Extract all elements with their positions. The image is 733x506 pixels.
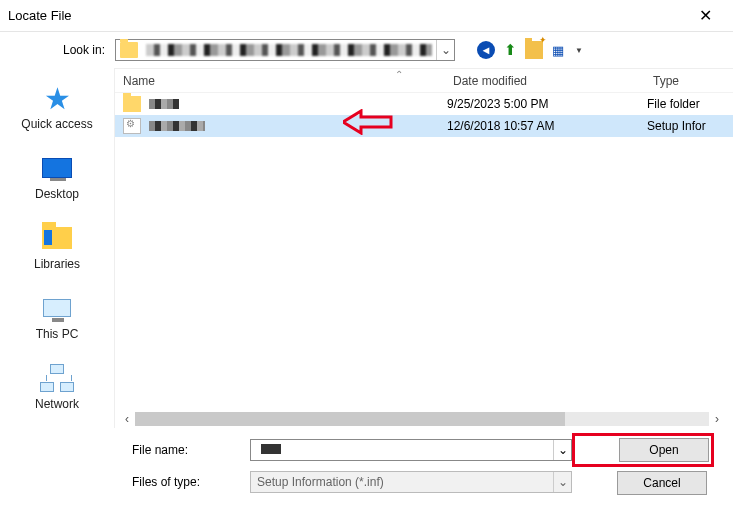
libraries-icon <box>42 227 72 249</box>
place-label: Libraries <box>34 257 80 271</box>
file-name-redacted <box>149 99 179 109</box>
filename-input[interactable]: ⌄ <box>250 439 572 461</box>
this-pc-icon <box>43 299 71 317</box>
column-header-name[interactable]: Name <box>123 74 453 88</box>
file-row[interactable]: 9/25/2023 5:00 PM File folder <box>115 93 733 115</box>
folder-icon <box>123 96 141 112</box>
place-quick-access[interactable]: ★ Quick access <box>0 72 114 142</box>
view-menu-chevron-icon[interactable]: ▼ <box>570 41 588 59</box>
place-libraries[interactable]: Libraries <box>0 212 114 282</box>
scroll-thumb[interactable] <box>135 412 565 426</box>
view-menu-icon[interactable]: ▦ <box>549 41 567 59</box>
annotation-highlight: Open <box>572 433 714 467</box>
quick-access-icon: ★ <box>44 81 71 116</box>
places-bar: ★ Quick access Desktop Libraries This PC… <box>0 68 115 428</box>
folder-icon <box>120 42 138 58</box>
column-header-type[interactable]: Type <box>653 74 733 88</box>
chevron-down-icon[interactable]: ⌄ <box>553 440 571 460</box>
up-one-level-icon[interactable]: ⬆ <box>501 41 519 59</box>
sort-indicator-icon: ⌃ <box>395 69 403 80</box>
lookin-path-redacted <box>146 44 432 56</box>
file-list: ⌃ Name Date modified Type 9/25/2023 5:00… <box>115 68 733 428</box>
file-type: File folder <box>647 97 733 111</box>
scroll-right-icon[interactable]: › <box>709 412 725 426</box>
desktop-icon <box>42 158 72 178</box>
filename-value-redacted <box>261 444 281 454</box>
scroll-left-icon[interactable]: ‹ <box>119 412 135 426</box>
lookin-combo[interactable]: ⌄ <box>115 39 455 61</box>
close-icon[interactable]: ✕ <box>685 6 725 25</box>
cancel-button[interactable]: Cancel <box>617 471 707 495</box>
file-date: 9/25/2023 5:00 PM <box>447 97 647 111</box>
scroll-track[interactable] <box>135 412 709 426</box>
horizontal-scrollbar[interactable]: ‹ › <box>119 410 725 428</box>
filetype-combo[interactable]: Setup Information (*.inf) ⌄ <box>250 471 572 493</box>
open-button[interactable]: Open <box>619 438 709 462</box>
column-header-date[interactable]: Date modified <box>453 74 653 88</box>
file-type: Setup Infor <box>647 119 733 133</box>
back-icon[interactable]: ◄ <box>477 41 495 59</box>
place-label: Quick access <box>21 117 92 131</box>
place-label: This PC <box>36 327 79 341</box>
inf-file-icon <box>123 118 141 134</box>
filetype-value: Setup Information (*.inf) <box>251 475 553 489</box>
place-label: Network <box>35 397 79 411</box>
chevron-down-icon[interactable]: ⌄ <box>553 472 571 492</box>
place-label: Desktop <box>35 187 79 201</box>
place-network[interactable]: Network <box>0 352 114 422</box>
filetype-label: Files of type: <box>0 475 250 489</box>
window-title: Locate File <box>8 8 72 23</box>
file-date: 12/6/2018 10:57 AM <box>447 119 647 133</box>
network-icon <box>40 364 74 392</box>
file-name-redacted <box>149 121 205 131</box>
place-this-pc[interactable]: This PC <box>0 282 114 352</box>
place-desktop[interactable]: Desktop <box>0 142 114 212</box>
filename-label: File name: <box>0 443 250 457</box>
new-folder-icon[interactable] <box>525 41 543 59</box>
chevron-down-icon[interactable]: ⌄ <box>436 40 454 60</box>
lookin-label: Look in: <box>0 43 115 57</box>
file-row-selected[interactable]: 12/6/2018 10:57 AM Setup Infor <box>115 115 733 137</box>
